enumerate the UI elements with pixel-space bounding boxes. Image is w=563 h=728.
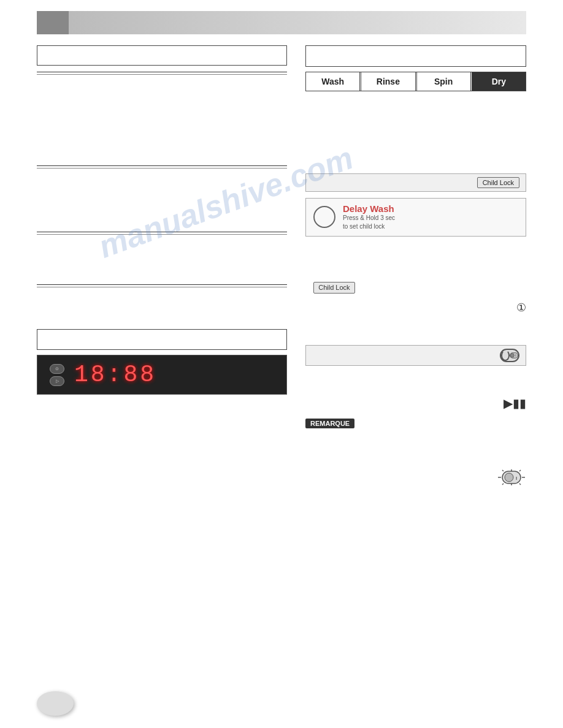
right-line-r7 [305, 248, 526, 258]
right-line-r15 [305, 384, 526, 394]
left-line-9 [37, 202, 287, 214]
cycle-rinse[interactable]: Rinse [361, 72, 416, 91]
display-digits: 18:88 [74, 362, 156, 388]
left-line-7 [37, 175, 287, 187]
left-line-15 [37, 307, 287, 319]
divider-3 [37, 232, 287, 232]
sun-icon-area: I [305, 469, 526, 486]
delay-wash-text: Delay Wash Press & Hold 3 sec to set chi… [343, 203, 395, 231]
left-top-box [37, 45, 287, 66]
delay-wash-title: Delay Wash [343, 203, 395, 214]
cycle-row: Wash Rinse Spin Dry [305, 72, 526, 91]
child-lock-button[interactable]: Child Lock [477, 177, 519, 188]
header-bar [37, 11, 526, 34]
delay-wash-sub1: Press & Hold 3 sec [343, 214, 395, 222]
power-icon: ① [516, 300, 526, 316]
right-line-r9 [305, 270, 526, 281]
right-line-r13 [305, 328, 526, 339]
svg-line-10 [519, 470, 521, 471]
left-line-5 [37, 136, 287, 148]
right-line-r17 [305, 432, 526, 442]
header-square [37, 11, 69, 34]
display-icon-1: ⊙ [55, 366, 59, 371]
play-pause-icon: ▶▮▮ [504, 395, 526, 412]
divider-thin-4 [37, 287, 287, 287]
left-line-3 [37, 108, 287, 121]
cycle-spin[interactable]: Spin [417, 72, 472, 91]
divider-thin-1 [37, 74, 287, 75]
left-line-11 [37, 241, 287, 253]
left-top-box-text [44, 50, 280, 59]
bottom-oval [37, 691, 74, 716]
right-line-r12 [305, 317, 526, 328]
right-column: Wash Rinse Spin Dry Child Lock Delay Was… [305, 45, 526, 486]
right-line-r18 [305, 444, 526, 454]
svg-point-5 [505, 473, 513, 482]
right-line-r2 [305, 111, 526, 121]
left-section-2 [37, 175, 287, 228]
divider-4 [37, 284, 287, 285]
divider-2 [37, 165, 287, 166]
left-line-2 [37, 95, 287, 107]
display-panel: ⊙ ▷ 18:88 [37, 355, 287, 395]
right-line-r6 [305, 157, 526, 167]
display-icon-btn-2[interactable]: ▷ [50, 376, 64, 386]
left-section-3 [37, 241, 287, 281]
left-line-12 [37, 255, 287, 267]
right-line-r10: Child Lock [305, 282, 526, 294]
main-content: ⊙ ▷ 18:88 Wash Rinse Spin Dry [37, 45, 526, 486]
display-icon-btn-1[interactable]: ⊙ [50, 364, 64, 374]
left-line-1 [37, 81, 287, 93]
right-body-3: ① [305, 300, 526, 338]
display-label-text [44, 333, 280, 345]
onoff-icon: I [510, 351, 518, 360]
display-icons: ⊙ ▷ [50, 364, 64, 386]
left-line-4 [37, 123, 287, 135]
left-section-1 [37, 81, 287, 162]
delay-wash-circle[interactable] [313, 206, 335, 228]
onoff-row: I [305, 345, 526, 366]
right-line-r1 [305, 100, 526, 110]
cycle-wash[interactable]: Wash [306, 72, 361, 91]
right-line-r19 [305, 455, 526, 466]
right-top-box [305, 45, 526, 67]
delay-wash-box: Delay Wash Press & Hold 3 sec to set chi… [305, 198, 526, 237]
right-line-r4 [305, 134, 526, 145]
left-line-10 [37, 216, 287, 229]
remarque-badge: REMARQUE [305, 419, 354, 428]
right-body-5 [305, 432, 526, 465]
delay-wash-sub2: to set child lock [343, 222, 395, 231]
svg-line-12 [519, 483, 521, 485]
sun-onoff-icon-group: I [497, 469, 526, 486]
sun-onoff-svg: I [497, 469, 526, 486]
divider-thin-3 [37, 234, 287, 235]
left-line-14 [37, 294, 287, 306]
left-line-13 [37, 268, 287, 281]
svg-line-13 [502, 483, 504, 485]
right-body-2: Child Lock [305, 248, 526, 294]
right-line-r5 [305, 145, 526, 156]
right-body-4: ▶▮▮ [305, 372, 526, 412]
right-line-r16: ▶▮▮ [305, 395, 526, 412]
right-line-r8 [305, 259, 526, 269]
header-line [69, 11, 526, 34]
right-body-1 [305, 100, 526, 167]
child-lock-row: Child Lock [305, 173, 526, 192]
left-column: ⊙ ▷ 18:88 [37, 45, 287, 486]
right-line-r14 [305, 372, 526, 382]
display-icon-2: ▷ [56, 379, 59, 384]
divider-thin-2 [37, 168, 287, 169]
left-line-8 [37, 189, 287, 201]
cycle-dry[interactable]: Dry [472, 72, 526, 91]
onoff-button[interactable]: I [500, 349, 519, 362]
svg-point-1 [510, 354, 514, 357]
right-line-r3 [305, 123, 526, 133]
remarque-area: REMARQUE [305, 419, 526, 432]
svg-line-11 [502, 470, 504, 471]
svg-text:I: I [516, 476, 517, 481]
divider-1 [37, 72, 287, 72]
left-section-4 [37, 294, 287, 319]
display-label-box [37, 329, 287, 351]
right-line-r11: ① [305, 300, 526, 316]
left-line-6 [37, 150, 287, 162]
